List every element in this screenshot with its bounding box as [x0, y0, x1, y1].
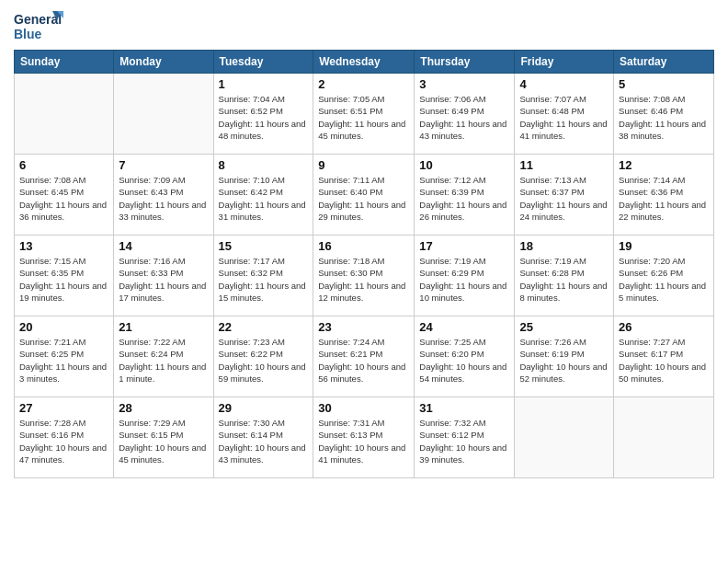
- day-info: Sunrise: 7:16 AMSunset: 6:33 PMDaylight:…: [119, 255, 208, 304]
- day-info: Sunrise: 7:05 AMSunset: 6:51 PMDaylight:…: [318, 93, 409, 142]
- day-info: Sunrise: 7:09 AMSunset: 6:43 PMDaylight:…: [119, 174, 208, 223]
- day-info: Sunrise: 7:17 AMSunset: 6:32 PMDaylight:…: [219, 255, 309, 304]
- day-cell-6: 6Sunrise: 7:08 AMSunset: 6:45 PMDaylight…: [15, 155, 114, 236]
- day-number: 13: [19, 239, 108, 253]
- day-number: 15: [219, 239, 309, 253]
- day-cell-16: 16Sunrise: 7:18 AMSunset: 6:30 PMDayligh…: [313, 236, 415, 316]
- day-cell-28: 28Sunrise: 7:29 AMSunset: 6:15 PMDayligh…: [114, 397, 213, 478]
- day-info: Sunrise: 7:15 AMSunset: 6:35 PMDaylight:…: [19, 255, 108, 304]
- day-number: 17: [419, 239, 509, 253]
- header-monday: Monday: [114, 51, 213, 74]
- day-number: 5: [619, 77, 709, 91]
- empty-cell: [114, 74, 213, 155]
- day-cell-4: 4Sunrise: 7:07 AMSunset: 6:48 PMDaylight…: [515, 74, 614, 155]
- header-thursday: Thursday: [415, 51, 515, 74]
- calendar-body: 1Sunrise: 7:04 AMSunset: 6:52 PMDaylight…: [15, 74, 714, 478]
- day-cell-27: 27Sunrise: 7:28 AMSunset: 6:16 PMDayligh…: [15, 397, 114, 478]
- day-number: 16: [318, 239, 409, 253]
- day-number: 3: [419, 77, 509, 91]
- week-row-3: 13Sunrise: 7:15 AMSunset: 6:35 PMDayligh…: [15, 236, 714, 316]
- week-row-1: 1Sunrise: 7:04 AMSunset: 6:52 PMDaylight…: [15, 74, 714, 155]
- day-number: 2: [318, 77, 409, 91]
- header-wednesday: Wednesday: [313, 51, 415, 74]
- day-cell-5: 5Sunrise: 7:08 AMSunset: 6:46 PMDaylight…: [614, 74, 714, 155]
- day-cell-10: 10Sunrise: 7:12 AMSunset: 6:39 PMDayligh…: [415, 155, 515, 236]
- day-info: Sunrise: 7:29 AMSunset: 6:15 PMDaylight:…: [119, 417, 208, 465]
- day-number: 6: [19, 158, 108, 172]
- day-number: 21: [119, 320, 208, 334]
- page: GeneralBlue SundayMondayTuesdayWednesday…: [0, 0, 728, 563]
- header-row: SundayMondayTuesdayWednesdayThursdayFrid…: [15, 51, 714, 74]
- day-cell-9: 9Sunrise: 7:11 AMSunset: 6:40 PMDaylight…: [313, 155, 415, 236]
- day-number: 23: [318, 320, 409, 334]
- day-number: 7: [119, 158, 208, 172]
- day-info: Sunrise: 7:07 AMSunset: 6:48 PMDaylight:…: [519, 93, 609, 142]
- day-number: 28: [119, 401, 208, 415]
- empty-cell: [15, 74, 114, 155]
- day-cell-11: 11Sunrise: 7:13 AMSunset: 6:37 PMDayligh…: [515, 155, 614, 236]
- calendar-table: SundayMondayTuesdayWednesdayThursdayFrid…: [14, 50, 714, 478]
- day-cell-7: 7Sunrise: 7:09 AMSunset: 6:43 PMDaylight…: [114, 155, 213, 236]
- day-cell-15: 15Sunrise: 7:17 AMSunset: 6:32 PMDayligh…: [213, 236, 313, 316]
- day-number: 9: [318, 158, 409, 172]
- day-number: 14: [119, 239, 208, 253]
- header: GeneralBlue: [14, 9, 714, 42]
- day-number: 29: [219, 401, 309, 415]
- day-number: 18: [519, 239, 609, 253]
- day-cell-24: 24Sunrise: 7:25 AMSunset: 6:20 PMDayligh…: [415, 316, 515, 397]
- day-cell-17: 17Sunrise: 7:19 AMSunset: 6:29 PMDayligh…: [415, 236, 515, 316]
- day-number: 10: [419, 158, 509, 172]
- day-cell-12: 12Sunrise: 7:14 AMSunset: 6:36 PMDayligh…: [614, 155, 714, 236]
- day-number: 25: [519, 320, 609, 334]
- day-cell-30: 30Sunrise: 7:31 AMSunset: 6:13 PMDayligh…: [313, 397, 415, 478]
- day-info: Sunrise: 7:19 AMSunset: 6:28 PMDaylight:…: [519, 255, 609, 304]
- day-number: 26: [619, 320, 709, 334]
- header-friday: Friday: [515, 51, 614, 74]
- week-row-2: 6Sunrise: 7:08 AMSunset: 6:45 PMDaylight…: [15, 155, 714, 236]
- calendar-header: SundayMondayTuesdayWednesdayThursdayFrid…: [15, 51, 714, 74]
- day-number: 19: [619, 239, 709, 253]
- day-cell-26: 26Sunrise: 7:27 AMSunset: 6:17 PMDayligh…: [614, 316, 714, 397]
- day-number: 4: [519, 77, 609, 91]
- day-cell-31: 31Sunrise: 7:32 AMSunset: 6:12 PMDayligh…: [415, 397, 515, 478]
- day-cell-18: 18Sunrise: 7:19 AMSunset: 6:28 PMDayligh…: [515, 236, 614, 316]
- header-tuesday: Tuesday: [213, 51, 313, 74]
- day-info: Sunrise: 7:28 AMSunset: 6:16 PMDaylight:…: [19, 417, 108, 465]
- day-number: 24: [419, 320, 509, 334]
- day-info: Sunrise: 7:19 AMSunset: 6:29 PMDaylight:…: [419, 255, 509, 304]
- empty-cell: [614, 397, 714, 478]
- day-info: Sunrise: 7:06 AMSunset: 6:49 PMDaylight:…: [419, 93, 509, 142]
- day-info: Sunrise: 7:12 AMSunset: 6:39 PMDaylight:…: [419, 174, 509, 223]
- day-cell-25: 25Sunrise: 7:26 AMSunset: 6:19 PMDayligh…: [515, 316, 614, 397]
- svg-text:Blue: Blue: [14, 27, 42, 41]
- logo: GeneralBlue: [14, 9, 64, 42]
- day-info: Sunrise: 7:27 AMSunset: 6:17 PMDaylight:…: [619, 336, 709, 385]
- day-number: 30: [318, 401, 409, 415]
- day-info: Sunrise: 7:11 AMSunset: 6:40 PMDaylight:…: [318, 174, 409, 223]
- day-info: Sunrise: 7:21 AMSunset: 6:25 PMDaylight:…: [19, 336, 108, 385]
- day-number: 20: [19, 320, 108, 334]
- day-number: 27: [19, 401, 108, 415]
- logo-svg: GeneralBlue: [14, 9, 64, 42]
- header-saturday: Saturday: [614, 51, 714, 74]
- day-cell-22: 22Sunrise: 7:23 AMSunset: 6:22 PMDayligh…: [213, 316, 313, 397]
- week-row-5: 27Sunrise: 7:28 AMSunset: 6:16 PMDayligh…: [15, 397, 714, 478]
- day-info: Sunrise: 7:22 AMSunset: 6:24 PMDaylight:…: [119, 336, 208, 385]
- header-sunday: Sunday: [15, 51, 114, 74]
- week-row-4: 20Sunrise: 7:21 AMSunset: 6:25 PMDayligh…: [15, 316, 714, 397]
- day-cell-2: 2Sunrise: 7:05 AMSunset: 6:51 PMDaylight…: [313, 74, 415, 155]
- day-cell-13: 13Sunrise: 7:15 AMSunset: 6:35 PMDayligh…: [15, 236, 114, 316]
- day-number: 31: [419, 401, 509, 415]
- day-cell-8: 8Sunrise: 7:10 AMSunset: 6:42 PMDaylight…: [213, 155, 313, 236]
- day-cell-19: 19Sunrise: 7:20 AMSunset: 6:26 PMDayligh…: [614, 236, 714, 316]
- day-info: Sunrise: 7:08 AMSunset: 6:46 PMDaylight:…: [619, 93, 709, 142]
- day-info: Sunrise: 7:04 AMSunset: 6:52 PMDaylight:…: [219, 93, 309, 142]
- day-cell-20: 20Sunrise: 7:21 AMSunset: 6:25 PMDayligh…: [15, 316, 114, 397]
- day-info: Sunrise: 7:32 AMSunset: 6:12 PMDaylight:…: [419, 417, 509, 465]
- day-info: Sunrise: 7:18 AMSunset: 6:30 PMDaylight:…: [318, 255, 409, 304]
- day-cell-21: 21Sunrise: 7:22 AMSunset: 6:24 PMDayligh…: [114, 316, 213, 397]
- day-info: Sunrise: 7:26 AMSunset: 6:19 PMDaylight:…: [519, 336, 609, 385]
- day-cell-3: 3Sunrise: 7:06 AMSunset: 6:49 PMDaylight…: [415, 74, 515, 155]
- day-info: Sunrise: 7:23 AMSunset: 6:22 PMDaylight:…: [219, 336, 309, 385]
- day-info: Sunrise: 7:31 AMSunset: 6:13 PMDaylight:…: [318, 417, 409, 465]
